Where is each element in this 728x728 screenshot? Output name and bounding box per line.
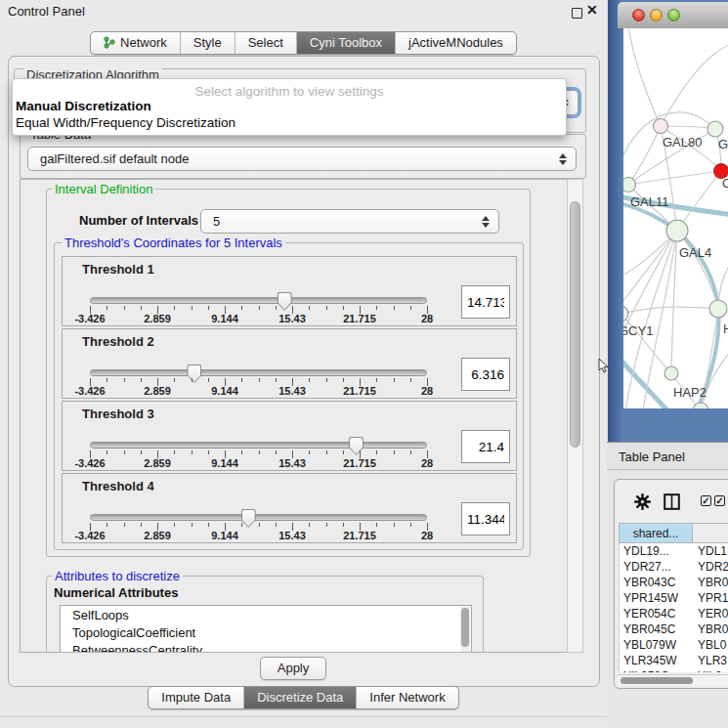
table-row[interactable]: YIL052CYIL0 — [620, 668, 728, 672]
cell-shared-name[interactable]: YLR345W — [620, 653, 694, 668]
cell-shared-name[interactable]: YBR045C — [620, 621, 694, 637]
tab-style[interactable]: Style — [180, 32, 235, 54]
column-header-shared-name[interactable]: shared... — [619, 523, 693, 543]
algorithm-prompt-item: Select algorithm to view settings — [13, 84, 566, 99]
slider-tick — [276, 378, 277, 382]
slider-tick — [276, 523, 277, 527]
slider-thumb[interactable] — [278, 292, 292, 311]
popup-item-manual-discretization[interactable]: Manual Discretization — [16, 99, 151, 113]
float-window-icon[interactable] — [572, 8, 582, 19]
tab-impute-data[interactable]: Impute Data — [149, 687, 243, 708]
slider-tick-label: -3.426 — [74, 530, 105, 541]
cell-name[interactable]: YER0 — [694, 606, 728, 621]
slider-tick — [141, 378, 142, 382]
cell-name[interactable]: YBR0 — [694, 575, 728, 590]
slider-tick-label: 28 — [421, 457, 433, 469]
slider-thumb[interactable] — [187, 364, 201, 383]
close-icon[interactable]: ✕ — [586, 2, 598, 18]
GCY1-node[interactable] — [623, 306, 628, 321]
slider-tick — [376, 450, 377, 454]
numerical-attributes-list[interactable]: SelfLoopsTopologicalCoefficientBetweenne… — [60, 605, 472, 653]
GAL80-node[interactable] — [654, 119, 668, 134]
popup-item-equal-width-frequency[interactable]: Equal Width/Frequency Discretization — [16, 115, 236, 130]
node-top-right[interactable] — [707, 121, 723, 137]
slider-tick — [343, 450, 344, 454]
cell-shared-name[interactable]: YBR043C — [620, 575, 694, 590]
tab-network[interactable]: Network — [91, 32, 180, 54]
HAP2-node[interactable] — [664, 366, 678, 380]
table-row[interactable]: YBR043CYBR0 — [620, 575, 728, 590]
slider-tick-label: 21.715 — [343, 385, 376, 397]
minimize-traffic-light[interactable] — [650, 9, 663, 21]
network-window-titlebar[interactable] — [618, 2, 728, 29]
num-intervals-combobox[interactable]: 5 — [200, 209, 499, 234]
slider-thumb[interactable] — [241, 509, 256, 528]
close-traffic-light[interactable] — [632, 9, 645, 21]
tab-jactivemnodules[interactable]: jActiveMNodules — [395, 32, 516, 54]
H-node[interactable] — [709, 300, 727, 318]
horizontal-scrollbar[interactable] — [618, 674, 728, 686]
scrollbar-thumb[interactable] — [570, 201, 580, 448]
slider-track[interactable] — [90, 514, 427, 521]
combo-arrows-icon — [482, 216, 490, 228]
GAL11-node[interactable] — [623, 178, 636, 193]
cell-shared-name[interactable]: YBL079W — [620, 637, 694, 653]
cell-shared-name[interactable]: YDL19... — [620, 543, 694, 559]
table-row[interactable]: YPR145WYPR1 — [620, 590, 728, 606]
slider-track[interactable] — [90, 297, 427, 304]
zoom-traffic-light[interactable] — [667, 9, 680, 21]
tab-cyni-toolbox[interactable]: Cyni Toolbox — [296, 32, 395, 54]
column-header-name[interactable]: na — [693, 523, 728, 543]
apply-button[interactable]: Apply — [260, 657, 326, 680]
scrollbar-thumb[interactable] — [621, 677, 693, 684]
threshold-value-field[interactable] — [461, 502, 510, 535]
cell-shared-name[interactable]: YIL052C — [620, 668, 694, 672]
cell-name[interactable]: YBR0 — [694, 621, 728, 637]
tab-infer-network[interactable]: Infer Network — [356, 687, 457, 708]
cell-shared-name[interactable]: YPR145W — [620, 590, 694, 606]
tab-select[interactable]: Select — [235, 32, 296, 54]
checkbox-icon[interactable]: ✓ — [714, 495, 725, 506]
table-row[interactable]: YBR045CYBR0 — [620, 621, 728, 637]
slider-tick — [410, 450, 411, 454]
gear-icon[interactable] — [634, 493, 651, 510]
threshold-value-field[interactable] — [461, 430, 510, 463]
numerical-attributes-label: Numerical Attributes — [54, 585, 178, 600]
cell-name[interactable]: YDL1 — [694, 543, 728, 559]
attribute-item-topologicalcoefficient[interactable]: TopologicalCoefficient — [72, 625, 195, 640]
GAL4-node[interactable] — [666, 220, 688, 241]
slider-thumb[interactable] — [349, 437, 364, 455]
slider-track[interactable] — [90, 369, 427, 376]
cell-name[interactable]: YIL0 — [694, 668, 728, 672]
checkbox-icon[interactable]: ✓ — [701, 495, 711, 506]
cell-shared-name[interactable]: YER054C — [620, 606, 694, 621]
slider-tick-label: 21.715 — [343, 530, 376, 541]
column-checkbox-icons[interactable]: ✓ ✓ — [701, 495, 725, 506]
table-panel: ✓ ✓ shared... na YDL19...YDL1YDR27...YDR… — [614, 479, 728, 689]
network-canvas[interactable]: GAL80GACGAL11GAL4GCY1HHAP2 — [623, 28, 728, 408]
cell-name[interactable]: YDR2 — [694, 559, 728, 575]
table-row[interactable]: YBL079WYBL0 — [620, 637, 728, 653]
cell-shared-name[interactable]: YDR27... — [620, 559, 694, 575]
tab-label: Network — [120, 35, 167, 50]
threshold-value-field[interactable] — [461, 358, 510, 391]
tab-discretize-data[interactable]: Discretize Data — [243, 687, 356, 708]
threshold-value-field[interactable] — [461, 285, 510, 319]
slider-tick — [241, 378, 242, 382]
attributes-list-scrollbar[interactable] — [460, 607, 470, 653]
table-row[interactable]: YLR345WYLR3 — [620, 653, 728, 668]
cell-name[interactable]: YLR3 — [694, 653, 728, 668]
split-columns-icon[interactable] — [664, 493, 680, 510]
table-data-combobox[interactable]: galFiltered.sif default node — [27, 147, 577, 171]
attribute-item-selfloops[interactable]: SelfLoops — [72, 608, 129, 622]
table-row[interactable]: YDR27...YDR2 — [620, 559, 728, 575]
table-row[interactable]: YER054CYER0 — [620, 606, 728, 621]
slider-track[interactable] — [90, 442, 427, 449]
cell-name[interactable]: YBL0 — [694, 637, 728, 653]
attribute-item-betweennesscentrality[interactable]: BetweennessCentrality — [72, 643, 202, 653]
vertical-scrollbar[interactable] — [567, 179, 583, 653]
scrollbar-thumb[interactable] — [461, 608, 469, 647]
table-row[interactable]: YDL19...YDL1 — [620, 543, 728, 559]
cell-name[interactable]: YPR1 — [694, 590, 728, 606]
slider-tick-label: 2.859 — [144, 530, 171, 541]
